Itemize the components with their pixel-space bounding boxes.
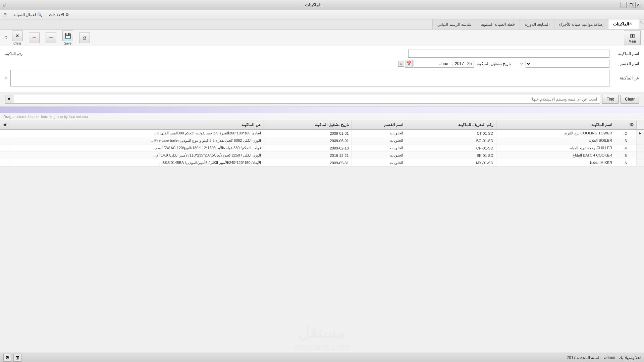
- form-row-dept-date: اسم القسم ▽ تاريخ تشغيل الماكينة 25 June…: [5, 60, 639, 68]
- form-row-machine-name: اسم الماكينة رقم الماكينة: [5, 50, 639, 58]
- add-icon: +: [46, 33, 56, 43]
- grid-menu-item[interactable]: ⊞: [3, 12, 7, 17]
- expand-icon[interactable]: ▽: [3, 3, 6, 7]
- table-row[interactable]: 4CHILLER وحدة تبريد المياهCH-01-SDالحلوي…: [0, 144, 644, 152]
- clear-toolbar-button[interactable]: ✕ Clear: [11, 31, 24, 45]
- col-header-dept: اسم القسم: [352, 120, 406, 129]
- main-nav-button[interactable]: ⊞ Main: [624, 31, 641, 45]
- cell-machineName: COOLING TOWER برج التبريد: [496, 129, 615, 137]
- watermark: مستقل mostaql.com: [293, 323, 351, 353]
- row-expand[interactable]: [0, 137, 9, 144]
- tab-machines[interactable]: ✕ الماكينات: [608, 19, 639, 29]
- cell-about: الوزن الكلى 8062 كجم/القدرة 5.5 كيلو وات…: [9, 137, 264, 144]
- col-header-about: عن الماكينة: [9, 120, 264, 129]
- search-bar: Clear Find ▼: [0, 92, 644, 107]
- cell-machineId: CT-01-SD: [406, 129, 496, 137]
- year-text: السنة المجددة 2017: [567, 355, 600, 360]
- settings-label: الإعدادات: [49, 12, 64, 17]
- settings-status-icon[interactable]: ⚙: [3, 354, 11, 362]
- minimize-button[interactable]: ─: [621, 2, 627, 8]
- start-date-label: تاريخ تشغيل الماكينة: [477, 61, 511, 66]
- cell-id: 3: [615, 137, 636, 144]
- cell-machineName: BATCH COOKER الطباخ: [496, 152, 615, 159]
- tab-collapse-arrow[interactable]: ▽: [639, 19, 644, 29]
- save-icon: 💾: [62, 31, 73, 41]
- collapse-dept-icon[interactable]: ▽: [520, 62, 523, 66]
- clear-search-button[interactable]: Clear: [621, 95, 639, 104]
- maintenance-menu-item[interactable]: 🔍 اعمال الصيانة: [13, 12, 42, 17]
- settings-icon: ⚙: [65, 12, 69, 17]
- row-expand[interactable]: [0, 144, 9, 152]
- dept-select[interactable]: [526, 60, 609, 68]
- print-icon: 🖨: [79, 33, 90, 43]
- add-button[interactable]: +: [44, 33, 58, 43]
- remove-button[interactable]: −: [28, 33, 41, 43]
- cell-id: 6: [615, 159, 636, 167]
- grid-icon: ⊞: [3, 12, 7, 17]
- tab-chart[interactable]: شاشة الرسم البياني: [432, 19, 476, 29]
- date-dropdown-arrow[interactable]: ▽: [398, 61, 404, 67]
- machine-name-label: اسم الماكينة: [612, 51, 639, 56]
- settings-menu-item[interactable]: ⚙ الإعدادات: [49, 12, 69, 17]
- close-button[interactable]: ✕: [635, 2, 641, 8]
- row-expand[interactable]: [0, 159, 9, 167]
- cell-startDate: 2009-02-10: [264, 144, 352, 152]
- search-input[interactable]: [13, 95, 600, 104]
- form-row-about: عن الماكينة ⟳: [5, 70, 639, 86]
- cell-about: قولت التحكم/ 380 فولت/الأبعاد/160*112*18…: [9, 144, 264, 152]
- title-bar-right: ▽: [3, 3, 6, 7]
- date-wrapper: 25 June , 2017 📅 ▽: [398, 60, 474, 68]
- col-header-start-date: تاريخ تشغيل الماكينة: [264, 120, 352, 129]
- zoom-icon[interactable]: ⊞: [13, 354, 21, 362]
- cell-machineName: CHILLER وحدة تبريد المياه: [496, 144, 615, 152]
- table-row[interactable]: 6MIXER الخلاطMX-01-SDالحلويات2009-05-31ا…: [0, 159, 644, 167]
- about-resize-handle[interactable]: ⟳: [5, 76, 8, 80]
- cell-startDate: 2016-12-21: [264, 152, 352, 159]
- watermark-text: مستقل mostaql.com: [293, 323, 351, 353]
- search-icon: 🔍: [37, 12, 42, 17]
- maximize-button[interactable]: ❐: [628, 2, 634, 8]
- date-picker-button[interactable]: 📅: [405, 60, 413, 68]
- clear-toolbar-icon: ✕: [12, 31, 23, 41]
- start-date-input[interactable]: 25 June , 2017: [414, 60, 474, 68]
- row-indicator: [637, 137, 644, 144]
- table-row[interactable]: 3BOILER الغلايةBO-01-SDالحلويات2009-06-0…: [0, 137, 644, 144]
- cell-machineId: BK-01-SD: [406, 152, 496, 159]
- tab-add-maintenance[interactable]: إضافة مواعيد صيانة للأجزاء: [554, 19, 608, 29]
- remove-icon: −: [29, 33, 40, 43]
- title-bar-controls[interactable]: ✕ ❐ ─: [621, 2, 641, 8]
- machine-name-input[interactable]: [408, 50, 609, 58]
- machines-table: ID اسم الماكينة رقم التعريف للماكينة اسم…: [0, 120, 644, 167]
- cell-id: 5: [615, 152, 636, 159]
- row-expand[interactable]: [0, 152, 9, 159]
- tab-periodic[interactable]: المتابعة الدورية: [520, 19, 554, 29]
- cell-about: ابعادها 100*100*260القدرة 1.5 حصانقولت ا…: [9, 129, 264, 137]
- cell-startDate: 2009-05-31: [264, 159, 352, 167]
- status-text: اهلا وسهلا بك admin السنة المجددة 2017: [567, 355, 641, 360]
- clear-toolbar-label: Clear: [13, 42, 21, 45]
- dept-name-label: اسم القسم: [612, 61, 639, 66]
- row-expand[interactable]: [0, 129, 9, 137]
- tab-machines-label: الماكينات: [613, 22, 629, 26]
- tab-annual[interactable]: خطة الصيانة السنوية: [476, 19, 520, 29]
- find-button[interactable]: Find: [602, 95, 619, 104]
- watermark-arabic: مستقل: [293, 323, 351, 342]
- table-row[interactable]: 5BATCH COOKER الطباخBK-01-SDالحلويات2016…: [0, 152, 644, 159]
- tab-periodic-label: المتابعة الدورية: [525, 22, 549, 27]
- save-button[interactable]: 💾 Save: [61, 31, 74, 45]
- toolbar: ⊞ Main 🖨 💾 Save + − ✕ Clear ID: [0, 29, 644, 46]
- table-container[interactable]: ID اسم الماكينة رقم التعريف للماكينة اسم…: [0, 120, 644, 167]
- col-header-machine-name: اسم الماكينة: [496, 120, 615, 129]
- user-text: admin: [604, 355, 615, 360]
- col-header-expand: ◀: [0, 120, 9, 129]
- about-machine-input[interactable]: [10, 70, 609, 86]
- table-row[interactable]: ▶2COOLING TOWER برج التبريدCT-01-SDالحلو…: [0, 129, 644, 137]
- cell-about: الأبعاد/ 150*120*240/الأميبر الكلى/ 6أمي…: [9, 159, 264, 167]
- print-button[interactable]: 🖨: [78, 33, 91, 43]
- tab-close-icon[interactable]: ✕: [629, 22, 632, 26]
- cell-department: الحلويات: [352, 159, 406, 167]
- search-dropdown-button[interactable]: ▼: [5, 95, 13, 104]
- row-indicator-header: [637, 120, 644, 129]
- tab-add-maintenance-label: إضافة مواعيد صيانة للأجزاء: [559, 22, 603, 27]
- status-bar: اهلا وسهلا بك admin السنة المجددة 2017 ⊞…: [0, 353, 644, 362]
